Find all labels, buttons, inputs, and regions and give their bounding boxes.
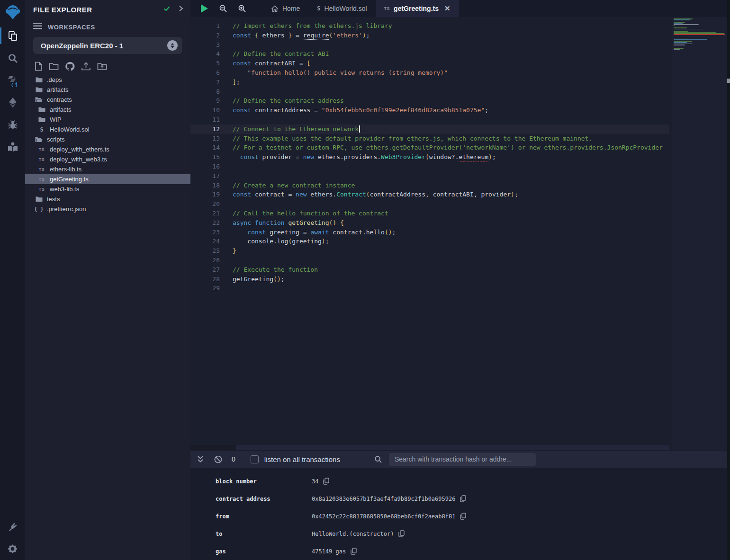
tree-item-deploy-with-ethers-ts[interactable]: TS deploy_with_ethers.ts (25, 144, 190, 154)
tree-item--deps[interactable]: .deps (25, 75, 190, 85)
code-line-2[interactable]: 2const { ethers } = require('ethers'); (190, 31, 669, 40)
line-number: 23 (190, 228, 220, 237)
activity-settings-icon[interactable] (0, 538, 25, 560)
copy-icon[interactable] (398, 530, 405, 537)
code-line-1[interactable]: 1// Import ethers from the ethers.js lib… (190, 21, 669, 31)
tree-item-helloworld-sol[interactable]: S HelloWorld.sol (25, 124, 190, 134)
check-icon[interactable] (163, 5, 171, 14)
code-line-18[interactable]: 18// Create a new contract instance (190, 181, 669, 190)
text-cursor (359, 125, 360, 133)
new-file-icon[interactable] (35, 62, 43, 71)
folder-icon (35, 77, 43, 83)
activity-debugger-icon[interactable] (0, 114, 25, 136)
listen-transactions-checkbox[interactable] (251, 455, 259, 463)
workspace-select-dropdown[interactable]: OpenZeppelin ERC20 - 1 (33, 37, 182, 54)
chevron-right-icon[interactable] (178, 5, 184, 14)
panel-title: FILE EXPLORER (33, 6, 163, 14)
zoom-out-icon[interactable] (219, 4, 227, 13)
code-text: // Connect to the Ethereum network (220, 124, 669, 134)
activity-plugin-manager-icon[interactable] (0, 516, 25, 538)
code-line-17[interactable]: 17 (190, 171, 669, 181)
code-line-27[interactable]: 27// Execute the function (190, 265, 669, 275)
code-line-24[interactable]: 24 console.log(greeting); (190, 237, 669, 246)
solidity-icon: S (37, 126, 46, 133)
tree-item-deploy-with-web3-ts[interactable]: TS deploy_with_web3.ts (25, 154, 190, 164)
tree-item-getgreeting-ts[interactable]: TS getGreeting.ts (25, 174, 190, 184)
tree-item-web3-lib-ts[interactable]: TS web3-lib.ts (25, 184, 190, 194)
tree-item-tests[interactable]: tests (25, 194, 190, 204)
activity-learneth-icon[interactable] (0, 136, 25, 158)
upload-folder-icon[interactable] (97, 62, 107, 71)
code-line-10[interactable]: 10const contractAddress = "0xb54febb5c0c… (190, 106, 669, 115)
activity-deploy-run-icon[interactable] (0, 91, 25, 114)
tx-detail-label: contract address (216, 496, 312, 502)
terminal-search-input[interactable] (389, 453, 536, 466)
tab-close-icon[interactable]: ✕ (444, 4, 451, 13)
code-line-15[interactable]: 15 const provider = new ethers.providers… (190, 152, 669, 162)
code-line-23[interactable]: 23 const greeting = await contract.hello… (190, 228, 669, 237)
code-line-29[interactable]: 29 (190, 284, 669, 293)
hamburger-menu-icon[interactable] (33, 23, 42, 31)
code-line-20[interactable]: 20 (190, 199, 669, 209)
run-script-button[interactable] (200, 4, 208, 13)
copy-icon[interactable] (323, 478, 329, 485)
tree-item-artifacts[interactable]: artifacts (25, 85, 190, 95)
code-text: // This example uses the default provide… (220, 134, 669, 143)
tree-item-contracts[interactable]: contracts (25, 95, 190, 105)
tree-item-scripts[interactable]: scripts (25, 134, 190, 144)
line-number: 11 (190, 115, 220, 124)
tree-item-wip[interactable]: WIP (25, 115, 190, 124)
page-scrollbar[interactable] (727, 0, 730, 560)
code-text: // For a testnet or custom RPC, use ethe… (220, 143, 669, 152)
code-line-11[interactable]: 11 (190, 115, 669, 124)
github-clone-icon[interactable] (65, 62, 75, 71)
activity-search-icon[interactable] (0, 47, 25, 69)
ts-icon: TS (384, 6, 390, 11)
copy-icon[interactable] (460, 513, 466, 520)
new-folder-icon[interactable] (49, 62, 59, 71)
editor-minimap[interactable] (672, 17, 727, 450)
code-line-7[interactable]: 7]; (190, 78, 669, 87)
code-line-5[interactable]: 5const contractABI = [ (190, 59, 669, 68)
code-line-22[interactable]: 22async function getGreeting() { (190, 218, 669, 228)
tx-detail-value: 34 (312, 478, 329, 485)
tree-item-artifacts[interactable]: artifacts (25, 105, 190, 115)
tx-detail-value: 0x42452c22c88178685850e68beb6cf0f2aeab8f… (312, 513, 466, 520)
code-line-13[interactable]: 13// This example uses the default provi… (190, 134, 669, 143)
clear-console-icon[interactable] (214, 455, 222, 463)
code-line-14[interactable]: 14// For a testnet or custom RPC, use et… (190, 143, 669, 152)
ts-icon: TS (37, 147, 46, 152)
copy-icon[interactable] (460, 495, 466, 502)
code-line-3[interactable]: 3 (190, 40, 669, 50)
code-line-9[interactable]: 9// Define the contract address (190, 96, 669, 106)
ts-icon: TS (37, 177, 46, 182)
tree-item--prettierrc-json[interactable]: { } .prettierrc.json (25, 204, 190, 214)
code-line-8[interactable]: 8 (190, 87, 669, 97)
hscrollbar-thumb[interactable] (190, 445, 236, 450)
activity-solidity-compiler-icon[interactable] (0, 69, 25, 91)
activity-file-explorer-icon[interactable] (0, 25, 25, 47)
copy-icon[interactable] (351, 548, 357, 555)
code-line-19[interactable]: 19const contract = new ethers.Contract(c… (190, 190, 669, 199)
code-line-25[interactable]: 25} (190, 246, 669, 256)
code-line-16[interactable]: 16 (190, 162, 669, 171)
code-line-6[interactable]: 6 "function hello() public view returns … (190, 68, 669, 78)
code-editor[interactable]: 1// Import ethers from the ethers.js lib… (190, 17, 669, 450)
tab-home[interactable]: Home (262, 0, 308, 17)
code-line-21[interactable]: 21// Call the hello function of the cont… (190, 209, 669, 218)
code-text: const provider = new ethers.providers.We… (220, 152, 669, 162)
zoom-in-icon[interactable] (238, 4, 246, 13)
editor-tabs: HomeSHelloWorld.solTSgetGreeting.ts✕ (262, 0, 459, 17)
remix-logo-icon[interactable] (0, 0, 25, 25)
page-scrollbar-thumb[interactable] (727, 79, 730, 83)
tab-getgreeting-ts[interactable]: TSgetGreeting.ts✕ (376, 0, 459, 17)
code-line-28[interactable]: 28getGreeting(); (190, 275, 669, 284)
code-line-4[interactable]: 4// Define the contract ABI (190, 49, 669, 59)
upload-file-icon[interactable] (81, 62, 91, 71)
code-line-26[interactable]: 26 (190, 256, 669, 265)
code-line-12[interactable]: 12// Connect to the Ethereum network (190, 124, 669, 134)
terminal-expand-icon[interactable] (197, 455, 204, 463)
tree-item-ethers-lib-ts[interactable]: TS ethers-lib.ts (25, 164, 190, 174)
editor-horizontal-scrollbar[interactable] (190, 445, 669, 450)
tab-helloworld-sol[interactable]: SHelloWorld.sol (308, 0, 375, 17)
